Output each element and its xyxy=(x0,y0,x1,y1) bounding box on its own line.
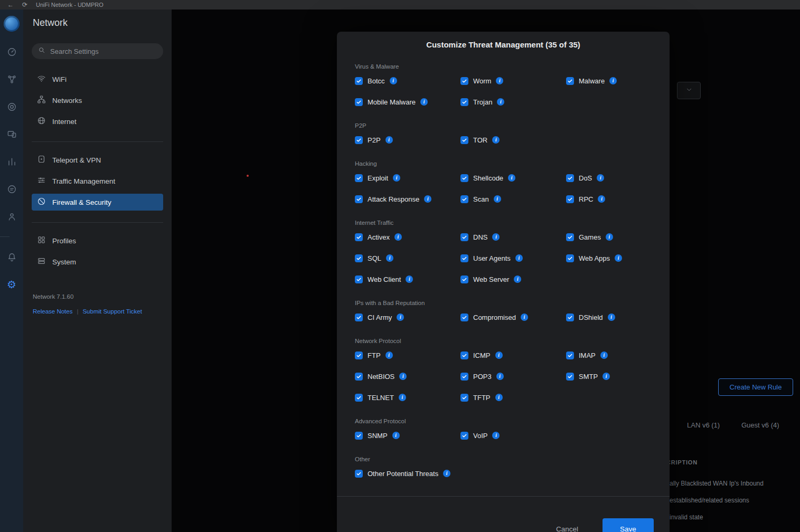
info-icon[interactable]: i xyxy=(492,136,500,144)
back-icon[interactable]: ← xyxy=(7,2,14,8)
info-icon[interactable]: i xyxy=(497,98,504,106)
sidebar-item-wifi[interactable]: WiFi xyxy=(32,71,163,88)
info-icon[interactable]: i xyxy=(394,233,402,241)
checkbox-checked[interactable] xyxy=(460,174,468,182)
checkbox-checked[interactable] xyxy=(355,98,363,106)
sidebar-item-teleport-vpn[interactable]: Teleport & VPN xyxy=(32,151,163,168)
info-icon[interactable]: i xyxy=(399,394,406,401)
topology-icon[interactable] xyxy=(0,65,23,93)
tab-guest-v6[interactable]: Guest v6 (4) xyxy=(741,421,779,429)
search-input[interactable] xyxy=(50,48,157,55)
info-icon[interactable]: i xyxy=(385,136,393,144)
checkbox-checked[interactable] xyxy=(460,254,468,262)
checkbox-checked[interactable] xyxy=(460,373,468,381)
info-icon[interactable]: i xyxy=(597,174,604,182)
checkbox-checked[interactable] xyxy=(355,276,363,283)
settings-icon[interactable]: ⚙ xyxy=(0,271,23,298)
sidebar-item-firewall-security[interactable]: Firewall & Security xyxy=(32,194,163,211)
info-icon[interactable]: i xyxy=(496,77,503,84)
sidebar-item-traffic-management[interactable]: Traffic Management xyxy=(32,173,163,189)
info-icon[interactable]: i xyxy=(495,394,503,401)
checkbox-checked[interactable] xyxy=(460,394,468,402)
collapsed-select[interactable] xyxy=(677,82,701,99)
cancel-button[interactable]: Cancel xyxy=(556,525,578,532)
info-icon[interactable]: i xyxy=(406,276,413,283)
release-notes-link[interactable]: Release Notes xyxy=(33,308,72,315)
checkbox-checked[interactable] xyxy=(460,276,468,283)
checkbox-checked[interactable] xyxy=(355,352,363,359)
info-icon[interactable]: i xyxy=(603,373,610,380)
search-box[interactable] xyxy=(32,43,163,59)
info-icon[interactable]: i xyxy=(494,195,501,203)
checkbox-checked[interactable] xyxy=(355,195,363,203)
tab-lan-v6[interactable]: LAN v6 (1) xyxy=(687,421,720,429)
statistics-icon[interactable] xyxy=(0,148,23,175)
unifi-logo-icon[interactable] xyxy=(4,16,20,32)
checkbox-checked[interactable] xyxy=(566,77,574,85)
notifications-icon[interactable] xyxy=(0,243,23,271)
save-button[interactable]: Save xyxy=(603,518,654,532)
checkbox-checked[interactable] xyxy=(566,195,574,203)
camera-icon[interactable] xyxy=(0,93,23,120)
info-icon[interactable]: i xyxy=(598,195,605,203)
checkbox-checked[interactable] xyxy=(355,136,363,144)
checkbox-checked[interactable] xyxy=(355,233,363,241)
checkbox-checked[interactable] xyxy=(355,432,363,440)
devices-icon[interactable] xyxy=(0,120,23,148)
info-icon[interactable]: i xyxy=(390,77,397,84)
checkbox-checked[interactable] xyxy=(460,77,468,85)
checkbox-checked[interactable] xyxy=(355,373,363,381)
admin-icon[interactable] xyxy=(0,203,23,230)
checkbox-checked[interactable] xyxy=(566,352,574,359)
info-icon[interactable]: i xyxy=(615,254,622,262)
info-icon[interactable]: i xyxy=(521,314,528,321)
checkbox-checked[interactable] xyxy=(460,195,468,203)
sidebar-item-networks[interactable]: Networks xyxy=(32,92,163,109)
checkbox-checked[interactable] xyxy=(355,394,363,402)
support-icon[interactable] xyxy=(0,175,23,203)
checkbox-checked[interactable] xyxy=(355,314,363,321)
refresh-icon[interactable]: ⟳ xyxy=(22,2,27,8)
sidebar-item-internet[interactable]: Internet xyxy=(32,113,163,130)
checkbox-checked[interactable] xyxy=(460,432,468,440)
checkbox-checked[interactable] xyxy=(460,98,468,106)
info-icon[interactable]: i xyxy=(492,432,500,439)
checkbox-checked[interactable] xyxy=(566,373,574,381)
checkbox-checked[interactable] xyxy=(460,136,468,144)
checkbox-checked[interactable] xyxy=(355,77,363,85)
info-icon[interactable]: i xyxy=(508,174,515,182)
sidebar-item-profiles[interactable]: Profiles xyxy=(32,232,163,249)
checkbox-checked[interactable] xyxy=(566,314,574,321)
info-icon[interactable]: i xyxy=(514,276,521,283)
info-icon[interactable]: i xyxy=(393,174,400,182)
checkbox-checked[interactable] xyxy=(460,352,468,359)
info-icon[interactable]: i xyxy=(496,373,504,380)
info-icon[interactable]: i xyxy=(399,373,407,380)
info-icon[interactable]: i xyxy=(424,195,431,203)
checkbox-checked[interactable] xyxy=(460,233,468,241)
checkbox-checked[interactable] xyxy=(460,314,468,321)
info-icon[interactable]: i xyxy=(515,254,523,262)
info-icon[interactable]: i xyxy=(492,233,500,241)
info-icon[interactable]: i xyxy=(420,98,428,106)
checkbox-checked[interactable] xyxy=(355,470,363,478)
dashboard-icon[interactable] xyxy=(0,38,23,65)
info-icon[interactable]: i xyxy=(397,314,404,321)
info-icon[interactable]: i xyxy=(600,352,608,359)
info-icon[interactable]: i xyxy=(606,233,613,241)
checkbox-checked[interactable] xyxy=(566,233,574,241)
checkbox-checked[interactable] xyxy=(355,254,363,262)
sidebar-item-system[interactable]: System xyxy=(32,253,163,270)
checkbox-checked[interactable] xyxy=(566,174,574,182)
checkbox-checked[interactable] xyxy=(566,254,574,262)
checkbox-checked[interactable] xyxy=(355,174,363,182)
info-icon[interactable]: i xyxy=(443,470,450,477)
info-icon[interactable]: i xyxy=(495,352,503,359)
info-icon[interactable]: i xyxy=(608,314,615,321)
create-new-rule-button[interactable]: Create New Rule xyxy=(718,378,793,396)
info-icon[interactable]: i xyxy=(609,77,617,84)
info-icon[interactable]: i xyxy=(386,254,393,262)
submit-ticket-link[interactable]: Submit Support Ticket xyxy=(82,308,142,315)
info-icon[interactable]: i xyxy=(385,352,393,359)
info-icon[interactable]: i xyxy=(392,432,400,439)
